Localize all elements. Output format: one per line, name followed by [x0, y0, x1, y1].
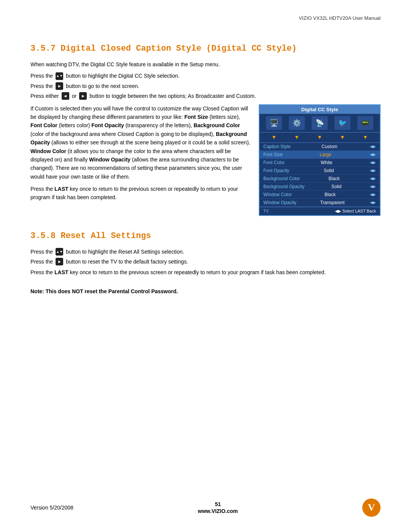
cc-value-0: Custom [322, 144, 337, 149]
section-358-title: 3.5.8 Reset All Settings [30, 231, 381, 241]
cc-footer-left: TV [263, 209, 269, 214]
left-description: If Custom is selected then you will have… [30, 104, 251, 216]
page-footer: Version 5/20/2008 51 www.VIZIO.com V [30, 498, 381, 517]
cc-menu-rows: Caption Style Custom ◀▶ Font Size Large … [260, 143, 380, 207]
cc-row-2: Font Color White ◀▶ [260, 159, 380, 167]
cc-label-3: Font Opacity [263, 168, 289, 173]
right-icon: ▶ [56, 82, 63, 90]
cc-value-5: Solid [331, 184, 342, 189]
satellite-icon: 📡 [312, 116, 328, 130]
cc-icons-row-2: ▼ ▼ ▼ ▼ ▼ [260, 133, 380, 143]
cc-label-1: Font Size [263, 152, 283, 157]
cc-label-2: Font Color [263, 160, 285, 165]
cc-panel-box: Digital CC Style 🖥️ ⚙️ 📡 🐦 📟 ▼ ▼ ▼ [259, 104, 381, 216]
cc-arrow-0: ◀▶ [370, 144, 376, 149]
left-icon: ◀ [62, 92, 69, 100]
cc-label-0: Caption Style [263, 144, 290, 149]
page-container: VIZIO VX32L HDTV20A User Manual 3.5.7 Di… [0, 0, 411, 532]
cc-label-5: Background Opacity [263, 184, 304, 189]
desc-para: If Custom is selected then you will have… [30, 104, 251, 181]
cc-row-4: Background Color Black ◀▶ [260, 175, 380, 183]
cc-panel-footer: TV ◀▶ Select LAST Back [260, 207, 380, 215]
cc-value-3: Solid [324, 168, 334, 173]
cc-arrow-6: ◀▶ [370, 192, 376, 197]
cc-value-4: Black [328, 176, 339, 181]
up-down-icon-2: ▲▼ [56, 248, 63, 256]
reset-press-line-1: Press the ▲▼ button to highlight the Res… [30, 248, 381, 256]
cc-arrow-3: ◀▶ [370, 168, 376, 173]
reset-last-note: Press the LAST key once to return to the… [30, 268, 381, 276]
press-line-2: Press the ▶ button to go to the next scr… [30, 82, 381, 90]
cc-row-0: Caption Style Custom ◀▶ [260, 143, 380, 151]
cc-row-5: Background Opacity Solid ◀▶ [260, 183, 380, 191]
press-last-line: Press the LAST key once to return to the… [30, 185, 251, 202]
vizio-logo: V [362, 498, 381, 517]
cc-icons-row-1: 🖥️ ⚙️ 📡 🐦 📟 [260, 114, 380, 133]
bird-icon: 🐦 [335, 116, 350, 130]
cc-value-1: Large [320, 152, 331, 157]
vizio-v-icon: V [368, 502, 375, 513]
cc-arrow-1: ◀▶ [370, 152, 376, 157]
page-header: VIZIO VX32L HDTV20A User Manual [30, 15, 381, 21]
footer-page: 51 [198, 501, 238, 507]
cc-value-7: Transparent [320, 200, 344, 205]
cc-arrow-4: ◀▶ [370, 176, 376, 181]
cc-row-6: Window Color Black ◀▶ [260, 191, 380, 199]
header-text: VIZIO VX32L HDTV20A User Manual [299, 15, 381, 21]
cc-footer-right: ◀▶ Select LAST Back [335, 209, 376, 214]
footer-center: 51 www.VIZIO.com [198, 501, 238, 514]
monitor-icon: 🖥️ [266, 116, 282, 130]
para-1: When watching DTV, the Digital CC Style … [30, 60, 381, 69]
cc-style-panel: Digital CC Style 🖥️ ⚙️ 📡 🐦 📟 ▼ ▼ ▼ [259, 104, 381, 216]
cc-value-6: Black [325, 192, 336, 197]
cc-panel-title: Digital CC Style [260, 105, 380, 114]
press-line-1: Press the ▲▼ button to highlight the Dig… [30, 72, 381, 80]
footer-version: Version 5/20/2008 [30, 505, 73, 511]
cc-row-7: Window Opacity Transparent ◀▶ [260, 199, 380, 207]
settings-icon: ⚙️ [289, 116, 305, 130]
right-icon-3: ▶ [56, 258, 63, 265]
two-column-layout: If Custom is selected then you will have… [30, 104, 381, 216]
cc-arrow-2: ◀▶ [370, 160, 376, 165]
cc-arrow-5: ◀▶ [370, 184, 376, 189]
cc-label-6: Window Color [263, 192, 292, 197]
reset-press-line-2: Press the ▶ button to reset the TV to th… [30, 257, 381, 266]
up-down-icon: ▲▼ [56, 72, 63, 80]
reset-note: Note: This does NOT reset the Parental C… [30, 288, 381, 294]
cc-value-2: White [321, 160, 333, 165]
footer-url: www.VIZIO.com [198, 508, 238, 514]
section-357-title: 3.5.7 Digital Closed Caption Style (Digi… [30, 44, 381, 53]
cc-row-3: Font Opacity Solid ◀▶ [260, 167, 380, 175]
section-357: 3.5.7 Digital Closed Caption Style (Digi… [30, 44, 381, 216]
press-line-3: Press either ◀ or ▶ button to toggle bet… [30, 92, 381, 100]
cc-label-4: Background Color [263, 176, 300, 181]
right-icon-2: ▶ [79, 92, 87, 100]
remote-icon: 📟 [357, 116, 373, 130]
cc-label-7: Window Opacity [263, 200, 296, 205]
section-358: 3.5.8 Reset All Settings Press the ▲▼ bu… [30, 231, 381, 294]
cc-row-1: Font Size Large ◀▶ [260, 151, 380, 159]
cc-arrow-7: ◀▶ [370, 200, 376, 204]
